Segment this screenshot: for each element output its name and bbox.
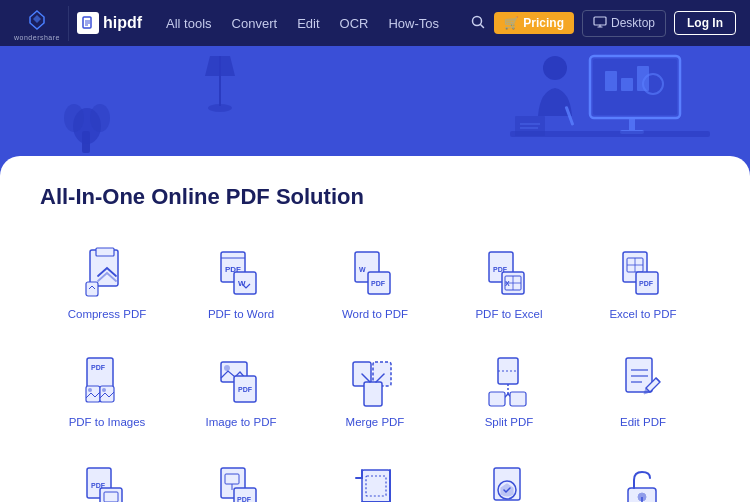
- tool-crop-pdf[interactable]: Crop PDF: [308, 450, 442, 502]
- hero-section: [0, 46, 750, 156]
- image-to-pdf-label: Image to PDF: [206, 416, 277, 428]
- nav-edit[interactable]: Edit: [297, 16, 319, 31]
- tool-merge-pdf[interactable]: Merge PDF: [308, 342, 442, 440]
- desktop-label: Desktop: [611, 16, 655, 30]
- svg-text:PDF: PDF: [237, 496, 252, 502]
- nav-right: 🛒 Pricing Desktop Log In: [470, 10, 736, 37]
- svg-rect-72: [100, 488, 122, 502]
- desk-decoration: [450, 46, 730, 156]
- hipdf-text: hipdf: [103, 14, 142, 32]
- svg-rect-25: [96, 248, 114, 256]
- svg-text:W: W: [359, 266, 366, 273]
- pdf-to-images-label: PDF to Images: [69, 416, 146, 428]
- pricing-label: Pricing: [523, 16, 564, 30]
- login-button[interactable]: Log In: [674, 11, 736, 35]
- desktop-icon: [593, 15, 607, 32]
- svg-text:X: X: [505, 280, 510, 287]
- tool-image-to-pdf[interactable]: PDF Image to PDF: [174, 342, 308, 440]
- navbar: wondershare hipdf All tools Convert Edit…: [0, 0, 750, 46]
- unlock-pdf-icon: [616, 462, 670, 502]
- nav-ocr[interactable]: OCR: [340, 16, 369, 31]
- svg-rect-21: [515, 116, 545, 136]
- tool-unlock-pdf[interactable]: Unlock PDF: [576, 450, 710, 502]
- excel-to-pdf-icon: PDF: [616, 246, 670, 300]
- tool-pdf-to-excel[interactable]: PDF X PDF to Excel: [442, 234, 576, 332]
- compress-pdf-icon: [80, 246, 134, 300]
- tool-edit-pdf[interactable]: Edit PDF: [576, 342, 710, 440]
- crop-pdf-icon: [348, 462, 402, 502]
- tool-compress-pdf[interactable]: Compress PDF: [40, 234, 174, 332]
- logo-area: wondershare hipdf: [14, 6, 160, 41]
- svg-rect-12: [605, 71, 617, 91]
- edit-pdf-icon: [616, 354, 670, 408]
- compress-pdf-label: Compress PDF: [68, 308, 147, 320]
- svg-rect-13: [621, 78, 633, 91]
- svg-point-18: [543, 56, 567, 80]
- lamp-decoration: [200, 56, 240, 116]
- word-to-pdf-icon: W PDF: [348, 246, 402, 300]
- svg-marker-8: [205, 56, 235, 76]
- wondershare-logo[interactable]: wondershare: [14, 6, 69, 41]
- wondershare-text: wondershare: [14, 34, 60, 41]
- hipdf-logo[interactable]: hipdf: [77, 12, 142, 34]
- svg-point-6: [90, 104, 110, 132]
- pdf-to-excel-label: PDF to Excel: [475, 308, 542, 320]
- hipdf-icon-badge: [77, 12, 99, 34]
- nav-links: All tools Convert Edit OCR How-Tos: [166, 16, 470, 31]
- svg-rect-48: [87, 358, 113, 390]
- pdf-to-ppt-icon: PDF: [80, 462, 134, 502]
- svg-point-55: [224, 365, 230, 371]
- svg-text:PDF: PDF: [238, 386, 253, 393]
- cart-icon: 🛒: [504, 16, 519, 30]
- svg-rect-64: [510, 392, 526, 406]
- svg-rect-16: [629, 118, 635, 130]
- split-pdf-label: Split PDF: [485, 416, 534, 428]
- page-title: All-In-One Online PDF Solution: [40, 184, 710, 210]
- merge-pdf-icon: [348, 354, 402, 408]
- svg-rect-63: [489, 392, 505, 406]
- tool-pdf-to-ppt[interactable]: PDF PDF to PPT: [40, 450, 174, 502]
- protect-pdf-icon: [482, 462, 536, 502]
- split-pdf-icon: [482, 354, 536, 408]
- tool-protect-pdf[interactable]: Protect PDF: [442, 450, 576, 502]
- pdf-to-images-icon: PDF: [80, 354, 134, 408]
- tool-ppt-to-pdf[interactable]: PDF PPT to PDF: [174, 450, 308, 502]
- tool-pdf-to-word[interactable]: PDF W PDF to Word: [174, 234, 308, 332]
- nav-how-tos[interactable]: How-Tos: [388, 16, 439, 31]
- svg-text:PDF: PDF: [371, 280, 386, 287]
- edit-pdf-label: Edit PDF: [620, 416, 666, 428]
- ppt-to-pdf-icon: PDF: [214, 462, 268, 502]
- plant-decoration: [60, 76, 115, 156]
- search-icon[interactable]: [470, 14, 486, 33]
- image-to-pdf-icon: PDF: [214, 354, 268, 408]
- svg-point-53: [102, 388, 106, 392]
- hero-decorations: [0, 46, 750, 156]
- svg-point-51: [88, 388, 92, 392]
- tool-split-pdf[interactable]: Split PDF: [442, 342, 576, 440]
- svg-rect-26: [86, 282, 98, 296]
- svg-rect-60: [364, 382, 382, 406]
- tools-grid: Compress PDF PDF W PDF to Word W PDF Wor…: [40, 234, 710, 502]
- svg-text:PDF: PDF: [639, 280, 654, 287]
- main-content: All-In-One Online PDF Solution Compress …: [0, 156, 750, 502]
- pdf-to-word-icon: PDF W: [214, 246, 268, 300]
- ws-icon: [23, 6, 51, 34]
- pdf-to-word-label: PDF to Word: [208, 308, 274, 320]
- tool-word-to-pdf[interactable]: W PDF Word to PDF: [308, 234, 442, 332]
- svg-text:PDF: PDF: [91, 364, 106, 371]
- nav-all-tools[interactable]: All tools: [166, 16, 212, 31]
- pricing-button[interactable]: 🛒 Pricing: [494, 12, 574, 34]
- svg-rect-2: [594, 17, 606, 25]
- desktop-button[interactable]: Desktop: [582, 10, 666, 37]
- word-to-pdf-label: Word to PDF: [342, 308, 408, 320]
- nav-convert[interactable]: Convert: [232, 16, 278, 31]
- excel-to-pdf-label: Excel to PDF: [609, 308, 676, 320]
- merge-pdf-label: Merge PDF: [346, 416, 405, 428]
- pdf-to-excel-icon: PDF X: [482, 246, 536, 300]
- tool-excel-to-pdf[interactable]: PDF Excel to PDF: [576, 234, 710, 332]
- tool-pdf-to-images[interactable]: PDF PDF to Images: [40, 342, 174, 440]
- svg-point-5: [64, 104, 84, 132]
- svg-point-9: [208, 104, 232, 112]
